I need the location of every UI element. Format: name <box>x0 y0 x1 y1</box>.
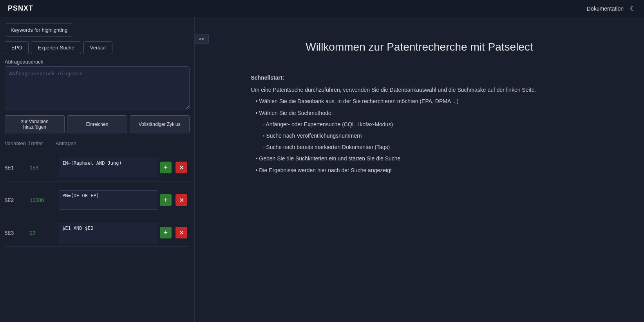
col-variables: Variablen <box>5 140 28 146</box>
query-section: Abfrageausdruck <box>5 59 190 111</box>
var-hits-2: 10000 <box>30 197 57 203</box>
tab-experten[interactable]: Experten-Suche <box>31 41 81 54</box>
bullet-4: • Die Ergebnisse werden hier nach der Su… <box>256 166 588 175</box>
var-query-1[interactable]: IN=(Raphael AND Jung) <box>59 158 158 177</box>
keywords-button[interactable]: Keywords for highlighting <box>5 24 73 36</box>
relative-wrapper: Keywords for highlighting EPO Experten-S… <box>0 17 644 322</box>
var-add-btn-3[interactable]: + <box>160 227 172 238</box>
query-section-label: Abfrageausdruck <box>5 59 190 65</box>
tab-row: EPO Experten-Suche Verlauf <box>5 41 190 54</box>
collapse-button[interactable]: << <box>195 35 209 44</box>
quickstart-label: Schnellstart: <box>251 73 588 83</box>
col-hits: Treffer <box>28 140 56 146</box>
left-panel: Keywords for highlighting EPO Experten-S… <box>0 17 195 322</box>
header: PSNXT Dokumentation ☾ <box>0 0 644 17</box>
welcome-body: Schnellstart: Um eine Patentsuche durchz… <box>251 73 588 175</box>
var-del-btn-2[interactable]: ✕ <box>175 194 187 206</box>
welcome-title: Willkommen zur Patentrecherche mit Patse… <box>251 41 588 53</box>
bullet-2: • Wählen Sie die Suchmethode: <box>256 108 588 118</box>
col-queries: Abfragen <box>56 140 190 146</box>
bullet-1: • Wählen Sie die Datenbank aus, in der S… <box>256 96 588 106</box>
documentation-link[interactable]: Dokumentation <box>587 5 624 12</box>
var-query-3[interactable]: $E1 AND $E2 <box>59 223 158 242</box>
var-name-2: $E2 <box>5 197 28 203</box>
add-to-variable-button[interactable]: zur Variablen hinzufügen <box>5 115 65 133</box>
tab-verlauf[interactable]: Verlauf <box>83 41 112 54</box>
app-logo: PSNXT <box>8 4 33 13</box>
var-row-1: $E1 153 IN=(Raphael AND Jung) + ✕ <box>5 154 190 182</box>
sub-bullet-2: ◦ Suche nach Veröffentlichungsnummern <box>263 131 588 141</box>
var-row-3: $E3 23 $E1 AND $E2 + ✕ <box>5 219 190 247</box>
action-buttons: zur Variablen hinzufügen Einreichen Voll… <box>5 115 190 133</box>
var-query-2[interactable]: PN=(DE OR EP) <box>59 190 158 210</box>
var-name-3: $E3 <box>5 230 28 236</box>
var-row-2: $E2 10000 PN=(DE OR EP) + ✕ <box>5 186 190 214</box>
full-cycle-button[interactable]: Vollständiger Zyklus <box>130 115 190 133</box>
sub-bullet-1: ◦ Anfänger- oder Expertensuche (CQL, Iko… <box>263 120 588 129</box>
var-hits-1: 153 <box>30 165 57 171</box>
sub-bullet-3: ◦ Suche nach bereits markierten Dokument… <box>263 142 588 152</box>
moon-icon[interactable]: ☾ <box>630 4 636 13</box>
submit-button[interactable]: Einreichen <box>67 115 127 133</box>
var-del-btn-3[interactable]: ✕ <box>175 227 187 238</box>
variables-table-header: Variablen Treffer Abfragen <box>5 138 190 149</box>
tab-epo[interactable]: EPO <box>5 41 29 54</box>
right-panel: Willkommen zur Patentrecherche mit Patse… <box>195 17 644 322</box>
welcome-content: Willkommen zur Patentrecherche mit Patse… <box>251 41 588 177</box>
query-textarea[interactable] <box>5 66 190 109</box>
intro-text: Um eine Patentsuche durchzuführen, verwe… <box>251 85 588 95</box>
main-content: Keywords for highlighting EPO Experten-S… <box>0 17 644 322</box>
var-name-1: $E1 <box>5 165 28 171</box>
var-add-btn-1[interactable]: + <box>160 162 172 173</box>
bullet-3: • Geben Sie die Suchkriterien ein und st… <box>256 154 588 164</box>
var-add-btn-2[interactable]: + <box>160 194 172 206</box>
header-right: Dokumentation ☾ <box>587 4 636 13</box>
var-del-btn-1[interactable]: ✕ <box>175 162 187 173</box>
var-hits-3: 23 <box>30 230 57 236</box>
